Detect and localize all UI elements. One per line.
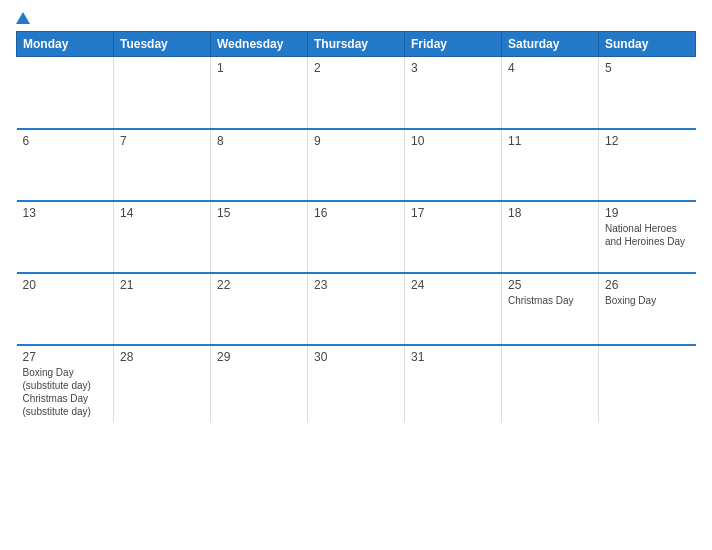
- calendar-cell: 2: [308, 57, 405, 129]
- calendar-cell: 14: [114, 201, 211, 273]
- day-number: 4: [508, 61, 592, 75]
- day-number: 27: [23, 350, 108, 364]
- calendar-cell: 21: [114, 273, 211, 345]
- day-number: 28: [120, 350, 204, 364]
- calendar-cell: 7: [114, 129, 211, 201]
- calendar-cell: 27Boxing Day (substitute day)Christmas D…: [17, 345, 114, 422]
- day-header-thursday: Thursday: [308, 32, 405, 57]
- calendar-table: MondayTuesdayWednesdayThursdayFridaySatu…: [16, 31, 696, 422]
- calendar-cell: 22: [211, 273, 308, 345]
- day-number: 15: [217, 206, 301, 220]
- calendar-cell: 5: [599, 57, 696, 129]
- day-number: 13: [23, 206, 108, 220]
- calendar-cell: 29: [211, 345, 308, 422]
- calendar-week-4: 27Boxing Day (substitute day)Christmas D…: [17, 345, 696, 422]
- day-number: 16: [314, 206, 398, 220]
- calendar-cell: 10: [405, 129, 502, 201]
- calendar-cell: 25Christmas Day: [502, 273, 599, 345]
- day-number: 11: [508, 134, 592, 148]
- day-header-tuesday: Tuesday: [114, 32, 211, 57]
- logo-triangle-icon: [16, 12, 30, 24]
- calendar-cell: 31: [405, 345, 502, 422]
- day-number: 17: [411, 206, 495, 220]
- day-number: 8: [217, 134, 301, 148]
- day-number: 2: [314, 61, 398, 75]
- day-number: 24: [411, 278, 495, 292]
- logo-blue-text: [16, 12, 32, 23]
- day-number: 5: [605, 61, 690, 75]
- calendar-cell: 16: [308, 201, 405, 273]
- calendar-cell: [114, 57, 211, 129]
- header: [16, 12, 696, 23]
- calendar-cell: [599, 345, 696, 422]
- calendar-cell: 12: [599, 129, 696, 201]
- day-number: 6: [23, 134, 108, 148]
- day-header-friday: Friday: [405, 32, 502, 57]
- event-label: Boxing Day: [605, 294, 690, 307]
- calendar-cell: 13: [17, 201, 114, 273]
- day-header-wednesday: Wednesday: [211, 32, 308, 57]
- event-label: Christmas Day: [508, 294, 592, 307]
- calendar-week-0: 12345: [17, 57, 696, 129]
- calendar-cell: 4: [502, 57, 599, 129]
- calendar-cell: 9: [308, 129, 405, 201]
- calendar-cell: 11: [502, 129, 599, 201]
- calendar-cell: [502, 345, 599, 422]
- day-number: 14: [120, 206, 204, 220]
- calendar-cell: 23: [308, 273, 405, 345]
- calendar-header-row: MondayTuesdayWednesdayThursdayFridaySatu…: [17, 32, 696, 57]
- event-label: National Heroes and Heroines Day: [605, 222, 690, 248]
- day-number: 21: [120, 278, 204, 292]
- calendar-cell: 24: [405, 273, 502, 345]
- calendar-cell: 19National Heroes and Heroines Day: [599, 201, 696, 273]
- calendar-cell: 1: [211, 57, 308, 129]
- event-label: Christmas Day (substitute day): [23, 392, 108, 418]
- day-number: 25: [508, 278, 592, 292]
- day-number: 26: [605, 278, 690, 292]
- calendar-cell: 26Boxing Day: [599, 273, 696, 345]
- calendar-cell: 17: [405, 201, 502, 273]
- day-number: 31: [411, 350, 495, 364]
- calendar-cell: 6: [17, 129, 114, 201]
- day-header-saturday: Saturday: [502, 32, 599, 57]
- day-number: 19: [605, 206, 690, 220]
- calendar-cell: 20: [17, 273, 114, 345]
- calendar-week-2: 13141516171819National Heroes and Heroin…: [17, 201, 696, 273]
- calendar-week-3: 202122232425Christmas Day26Boxing Day: [17, 273, 696, 345]
- day-header-monday: Monday: [17, 32, 114, 57]
- calendar-cell: 30: [308, 345, 405, 422]
- day-number: 3: [411, 61, 495, 75]
- calendar-page: MondayTuesdayWednesdayThursdayFridaySatu…: [0, 0, 712, 550]
- day-number: 9: [314, 134, 398, 148]
- calendar-cell: 28: [114, 345, 211, 422]
- calendar-cell: 8: [211, 129, 308, 201]
- logo: [16, 12, 32, 23]
- calendar-cell: [17, 57, 114, 129]
- day-number: 23: [314, 278, 398, 292]
- day-number: 30: [314, 350, 398, 364]
- day-number: 29: [217, 350, 301, 364]
- day-number: 22: [217, 278, 301, 292]
- day-header-sunday: Sunday: [599, 32, 696, 57]
- day-number: 10: [411, 134, 495, 148]
- day-number: 1: [217, 61, 301, 75]
- calendar-cell: 15: [211, 201, 308, 273]
- day-number: 12: [605, 134, 690, 148]
- event-label: Boxing Day (substitute day): [23, 366, 108, 392]
- day-number: 7: [120, 134, 204, 148]
- calendar-cell: 18: [502, 201, 599, 273]
- calendar-week-1: 6789101112: [17, 129, 696, 201]
- calendar-cell: 3: [405, 57, 502, 129]
- day-number: 20: [23, 278, 108, 292]
- day-number: 18: [508, 206, 592, 220]
